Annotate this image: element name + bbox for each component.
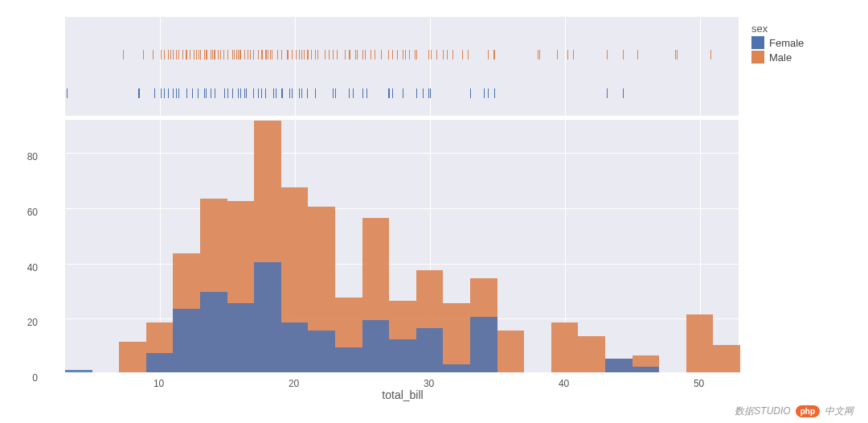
x-tick-label: 10	[154, 378, 164, 389]
rug-tick	[350, 50, 350, 60]
rug-tick	[207, 50, 207, 60]
legend-swatch-female	[751, 36, 764, 49]
rug-tick	[223, 50, 224, 60]
legend-item-male: Male	[751, 51, 804, 64]
rug-tick	[637, 50, 638, 60]
bar-female	[227, 303, 255, 372]
rug-tick	[381, 50, 382, 60]
rug-row-male	[65, 47, 739, 62]
rug-tick	[403, 88, 403, 98]
rug-tick	[265, 88, 266, 98]
rug-tick	[168, 50, 169, 60]
rug-tick	[349, 88, 350, 98]
rug-row-female	[65, 86, 739, 101]
rug-tick	[388, 50, 389, 60]
bar-female	[335, 347, 362, 372]
rug-tick	[288, 50, 289, 60]
rug-tick	[248, 50, 248, 60]
rug-tick	[494, 50, 495, 60]
rug-tick	[488, 88, 489, 98]
rug-tick	[337, 50, 338, 60]
legend-item-female: Female	[751, 36, 804, 49]
rug-tick	[238, 88, 239, 98]
x-tick-label: 40	[559, 378, 569, 389]
rug-tick	[176, 50, 177, 60]
rug-tick	[220, 50, 221, 60]
rug-tick	[164, 88, 165, 98]
rug-tick	[311, 50, 312, 60]
rug-tick	[200, 50, 201, 60]
rug-tick	[261, 88, 262, 98]
rug-tick	[430, 88, 431, 98]
rug-tick	[301, 88, 302, 98]
rug-tick	[299, 50, 300, 60]
x-axis: 1020304050	[64, 376, 739, 392]
rug-tick	[250, 50, 251, 60]
rug-tick	[315, 88, 316, 98]
rug-tick	[409, 50, 410, 60]
rug-tick	[567, 50, 568, 60]
rug-tick	[333, 50, 334, 60]
rug-tick	[272, 50, 272, 60]
rug-tick	[186, 50, 187, 60]
bar-male	[497, 331, 525, 372]
rug-tick	[488, 50, 489, 60]
rug-tick	[573, 50, 574, 60]
bar-female	[416, 328, 444, 372]
rug-tick	[353, 88, 354, 98]
rug-tick	[447, 50, 448, 60]
rug-tick	[317, 50, 318, 60]
rug-tick	[607, 88, 608, 98]
y-axis-label: sum of tip	[0, 119, 1, 373]
rug-tick	[281, 50, 282, 60]
bar-male	[686, 314, 714, 372]
rug-tick	[623, 88, 624, 98]
rug-tick	[539, 50, 540, 60]
rug-tick	[389, 88, 390, 98]
rug-tick	[405, 50, 406, 60]
bar-female	[389, 339, 416, 372]
rug-tick	[262, 50, 263, 60]
bar-female	[254, 262, 281, 372]
rug-tick	[365, 50, 366, 60]
watermark-text: 数据STUDIO	[735, 405, 790, 418]
php-badge-icon: php	[796, 405, 820, 417]
bar-male	[578, 336, 605, 372]
rug-tick	[362, 50, 363, 60]
rug-tick	[190, 50, 190, 60]
rug-tick	[123, 50, 124, 60]
plot-area: total_bill 1020304050	[64, 16, 739, 402]
bar-female	[146, 353, 174, 372]
rug-tick	[710, 50, 711, 60]
rug-tick	[161, 88, 162, 98]
rug-tick	[227, 88, 228, 98]
rug-tick	[215, 88, 215, 98]
rug-tick	[557, 50, 558, 60]
rug-tick	[299, 88, 300, 98]
rug-tick	[253, 50, 254, 60]
bar-female	[470, 317, 497, 372]
rug-tick	[428, 50, 429, 60]
watermark-suffix: 中文网	[825, 405, 854, 418]
rug-tick	[173, 88, 174, 98]
rug-tick	[161, 50, 162, 60]
y-tick-label: 20	[27, 317, 38, 328]
rug-tick	[462, 50, 463, 60]
x-tick-label: 50	[694, 378, 704, 389]
rug-tick	[484, 88, 485, 98]
rug-tick	[211, 88, 211, 98]
rug-tick	[178, 88, 179, 98]
rug-tick	[329, 50, 330, 60]
bar-female	[281, 322, 309, 372]
rug-tick	[416, 50, 417, 60]
rug-tick	[304, 50, 305, 60]
bar-female	[605, 359, 633, 372]
rug-tick	[308, 50, 309, 60]
rug-tick	[375, 50, 375, 60]
rug-tick	[176, 88, 177, 98]
rug-tick	[362, 88, 363, 98]
rug-tick	[443, 50, 444, 60]
legend-label: Male	[769, 51, 792, 64]
rug-tick	[345, 50, 346, 60]
rug-panel	[64, 16, 739, 117]
